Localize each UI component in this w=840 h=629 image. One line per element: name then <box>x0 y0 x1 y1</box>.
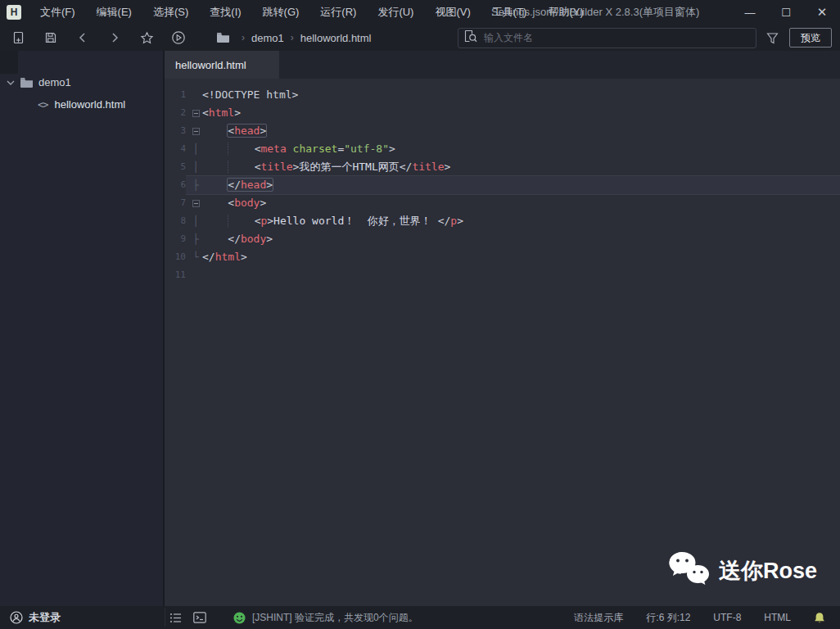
fold-collapse-icon[interactable] <box>189 128 202 135</box>
code-text: <p>Hello world！ 你好，世界！ </p> <box>202 212 463 230</box>
chevron-down-icon[interactable] <box>7 79 15 86</box>
menu-item-4[interactable]: 跳转(G) <box>252 0 310 25</box>
file-name-label: helloworld.html <box>54 98 125 111</box>
line-number: 1 <box>165 86 186 104</box>
console-icon[interactable] <box>189 609 210 627</box>
lint-ok-smiley-icon <box>233 612 246 624</box>
project-sidebar: demo1 <> helloworld.html <box>0 51 165 606</box>
code-line-4[interactable]: 4│ <meta charset="utf-8"> <box>165 140 840 158</box>
code-line-6[interactable]: 6├ </head> <box>165 176 840 194</box>
fold-guide: │ <box>189 158 202 176</box>
code-text: <body> <box>202 194 266 212</box>
syntax-lib-label[interactable]: 语法提示库 <box>574 611 623 625</box>
statusbar-left: 未登录 [JSHINT] 验证完成，共发现0个问题。 <box>0 609 418 627</box>
save-icon[interactable] <box>38 27 63 48</box>
line-number: 7 <box>165 194 186 212</box>
menu-item-5[interactable]: 运行(R) <box>309 0 367 25</box>
search-input[interactable] <box>484 32 751 43</box>
menu-item-3[interactable]: 查找(I) <box>199 0 251 25</box>
fold-guide: └ <box>189 248 202 266</box>
fold-guide: ├ <box>189 176 202 194</box>
statusbar-divider <box>165 609 165 627</box>
app-logo-icon: H <box>7 5 21 20</box>
tree-item-file[interactable]: <> helloworld.html <box>0 93 163 115</box>
watermark: 送你Rose <box>668 550 817 591</box>
close-icon[interactable]: ✕ <box>804 0 840 25</box>
menu-item-2[interactable]: 选择(S) <box>142 0 199 25</box>
code-text: <!DOCTYPE html> <box>202 86 298 104</box>
line-number: 6 <box>165 176 186 194</box>
code-text: <title>我的第一个HTML网页</title> <box>202 158 450 176</box>
project-name-label: demo1 <box>38 76 71 88</box>
folder-icon <box>216 32 230 43</box>
hbuilderx-window: H 文件(F)编辑(E)选择(S)查找(I)跳转(G)运行(R)发行(U)视图(… <box>0 0 840 629</box>
menu-item-1[interactable]: 编辑(E) <box>86 0 142 25</box>
breadcrumb-item-project[interactable]: demo1 <box>251 32 284 44</box>
code-line-8[interactable]: 8│ <p>Hello world！ 你好，世界！ </p> <box>165 212 840 230</box>
code-text: <html> <box>202 104 241 122</box>
preview-button[interactable]: 预览 <box>789 28 832 48</box>
breadcrumb: › demo1 › helloworld.html <box>216 32 371 44</box>
breadcrumb-item-file[interactable]: helloworld.html <box>300 32 372 44</box>
maximize-icon[interactable]: ☐ <box>768 0 804 25</box>
wechat-icon <box>668 550 711 591</box>
fold-guide: │ <box>189 140 202 158</box>
menu-item-7[interactable]: 视图(V) <box>424 0 481 25</box>
navigate-back-icon[interactable] <box>70 27 95 48</box>
code-line-7[interactable]: 7 <body> <box>165 194 840 212</box>
status-bar: 未登录 [JSHINT] 验证完成，共发现0个问题。 语法提示库行:6 列:12… <box>0 606 840 629</box>
login-label: 未登录 <box>29 610 61 625</box>
tab-helloworld[interactable]: helloworld.html <box>165 51 279 79</box>
code-line-3[interactable]: 3 <head> <box>165 122 840 140</box>
line-number: 5 <box>165 158 186 176</box>
menu-item-6[interactable]: 发行(U) <box>367 0 424 25</box>
code-line-10[interactable]: 10└</html> <box>165 248 840 266</box>
code-text: <head> <box>202 122 266 140</box>
toolbar: › demo1 › helloworld.html 预览 <box>0 25 840 51</box>
fold-guide: │ <box>189 212 202 230</box>
folder-icon <box>20 77 34 88</box>
code-line-5[interactable]: 5│ <title>我的第一个HTML网页</title> <box>165 158 840 176</box>
login-status[interactable]: 未登录 <box>0 610 165 625</box>
code-editor[interactable]: 1<!DOCTYPE html>2<html>3 <head>4│ <meta … <box>165 79 840 606</box>
code-line-9[interactable]: 9├ </body> <box>165 230 840 248</box>
statusbar-right: 语法提示库行:6 列:12UTF-8HTML <box>574 611 814 625</box>
new-file-icon[interactable] <box>7 27 31 48</box>
outline-list-icon[interactable] <box>165 609 186 627</box>
favorite-star-icon[interactable] <box>134 27 159 48</box>
find-in-files-icon[interactable] <box>463 29 477 46</box>
code-line-11[interactable]: 11 <box>165 266 840 284</box>
window-controls: — ☐ ✕ <box>732 0 840 25</box>
sidebar-notch <box>0 51 18 74</box>
navigate-forward-icon[interactable] <box>102 27 127 48</box>
line-number: 4 <box>165 140 186 158</box>
code-text: </html> <box>202 248 247 266</box>
line-number: 3 <box>165 122 186 140</box>
menu-item-0[interactable]: 文件(F) <box>29 0 86 25</box>
language-mode[interactable]: HTML <box>764 612 791 623</box>
lint-status[interactable]: [JSHINT] 验证完成，共发现0个问题。 <box>233 611 418 625</box>
file-search-box <box>458 28 756 48</box>
fold-guide: ├ <box>189 230 202 248</box>
run-icon[interactable] <box>166 27 191 48</box>
fold-collapse-icon[interactable] <box>189 200 202 207</box>
line-number: 9 <box>165 230 186 248</box>
line-number: 10 <box>165 248 186 266</box>
notification-bell-icon[interactable] <box>814 612 825 624</box>
tree-item-project[interactable]: demo1 <box>0 71 163 93</box>
line-number: 2 <box>165 104 186 122</box>
code-line-1[interactable]: 1<!DOCTYPE html> <box>165 86 840 104</box>
editor-area: helloworld.html 1<!DOCTYPE html>2<html>3… <box>165 51 840 606</box>
encoding-label[interactable]: UTF-8 <box>713 612 741 623</box>
code-text: </body> <box>202 230 273 248</box>
fold-collapse-icon[interactable] <box>189 110 202 117</box>
breadcrumb-sep: › <box>242 32 245 43</box>
minimize-icon[interactable]: — <box>732 0 768 25</box>
breadcrumb-sep: › <box>291 32 294 43</box>
code-line-2[interactable]: 2<html> <box>165 104 840 122</box>
cursor-position[interactable]: 行:6 列:12 <box>646 611 690 625</box>
filter-funnel-icon[interactable] <box>761 27 783 48</box>
title-bar: H 文件(F)编辑(E)选择(S)查找(I)跳转(G)运行(R)发行(U)视图(… <box>0 0 840 25</box>
main-area: demo1 <> helloworld.html helloworld.html… <box>0 51 840 606</box>
code-text: </head> <box>202 176 273 194</box>
